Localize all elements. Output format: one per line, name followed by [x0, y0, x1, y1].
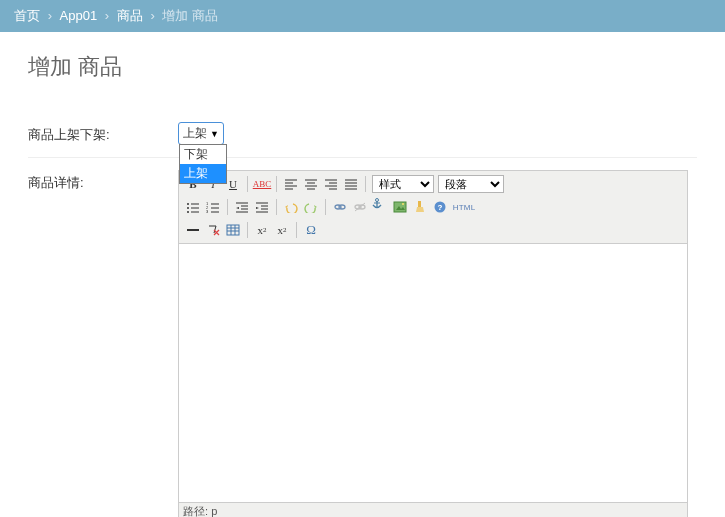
editor-toolbar: B I U ABC: [179, 171, 687, 244]
onshelf-select[interactable]: 上架 ▼ 下架 上架: [178, 122, 224, 145]
onshelf-option-1[interactable]: 上架: [180, 164, 226, 183]
svg-point-41: [339, 205, 345, 209]
anchor-button[interactable]: [370, 197, 390, 217]
svg-rect-55: [227, 225, 239, 235]
svg-point-20: [187, 211, 189, 213]
align-justify-button[interactable]: [341, 174, 361, 194]
svg-line-44: [355, 203, 365, 211]
breadcrumb-home[interactable]: 首页: [14, 8, 40, 23]
field-label-detail: 商品详情:: [28, 170, 178, 192]
svg-rect-51: [418, 201, 421, 207]
field-label-onshelf: 商品上架下架:: [28, 122, 178, 144]
special-char-button[interactable]: Ω: [301, 220, 321, 240]
editor-path-label: 路径:: [183, 505, 208, 517]
spellcheck-button[interactable]: ABC: [252, 174, 272, 194]
hr-button[interactable]: [183, 220, 203, 240]
unlink-button[interactable]: [350, 197, 370, 217]
html-button[interactable]: HTML: [450, 197, 478, 217]
indent-button[interactable]: [252, 197, 272, 217]
chevron-down-icon: ▼: [210, 129, 219, 139]
onshelf-selected-value: 上架: [183, 125, 207, 142]
breadcrumb-model[interactable]: 商品: [117, 8, 143, 23]
ordered-list-button[interactable]: 123: [203, 197, 223, 217]
removeformat-button[interactable]: [203, 220, 223, 240]
svg-marker-29: [236, 207, 239, 209]
unordered-list-button[interactable]: [183, 197, 203, 217]
breadcrumb-current: 增加 商品: [162, 8, 218, 23]
style-select[interactable]: 样式: [372, 175, 434, 193]
breadcrumb-app[interactable]: App01: [60, 8, 98, 23]
editor-status-bar: 路径: p: [179, 502, 687, 517]
breadcrumb-sep: ›: [44, 8, 56, 23]
image-button[interactable]: [390, 197, 410, 217]
onshelf-option-0[interactable]: 下架: [180, 145, 226, 164]
breadcrumb-sep: ›: [146, 8, 158, 23]
svg-marker-34: [256, 207, 259, 209]
outdent-button[interactable]: [232, 197, 252, 217]
table-button[interactable]: [223, 220, 243, 240]
svg-marker-39: [314, 205, 317, 208]
breadcrumb: 首页 › App01 › 商品 › 增加 商品: [0, 0, 725, 32]
svg-text:3: 3: [206, 209, 209, 213]
svg-point-16: [187, 203, 189, 205]
rich-text-editor: B I U ABC: [178, 170, 688, 517]
help-button[interactable]: ?: [430, 197, 450, 217]
align-center-button[interactable]: [301, 174, 321, 194]
format-select[interactable]: 段落: [438, 175, 504, 193]
undo-button[interactable]: [281, 197, 301, 217]
svg-rect-48: [394, 202, 406, 212]
onshelf-dropdown: 下架 上架: [179, 144, 227, 184]
editor-content-area[interactable]: [179, 244, 687, 502]
page-title: 增加 商品: [28, 52, 697, 82]
superscript-button[interactable]: x2: [272, 220, 292, 240]
svg-point-18: [187, 207, 189, 209]
editor-path-value: p: [211, 505, 217, 517]
breadcrumb-sep: ›: [101, 8, 113, 23]
align-right-button[interactable]: [321, 174, 341, 194]
svg-text:?: ?: [438, 203, 443, 212]
svg-point-50: [402, 203, 404, 205]
subscript-button[interactable]: x2: [252, 220, 272, 240]
cleanup-button[interactable]: [410, 197, 430, 217]
svg-marker-38: [285, 205, 288, 208]
align-left-button[interactable]: [281, 174, 301, 194]
redo-button[interactable]: [301, 197, 321, 217]
link-button[interactable]: [330, 197, 350, 217]
